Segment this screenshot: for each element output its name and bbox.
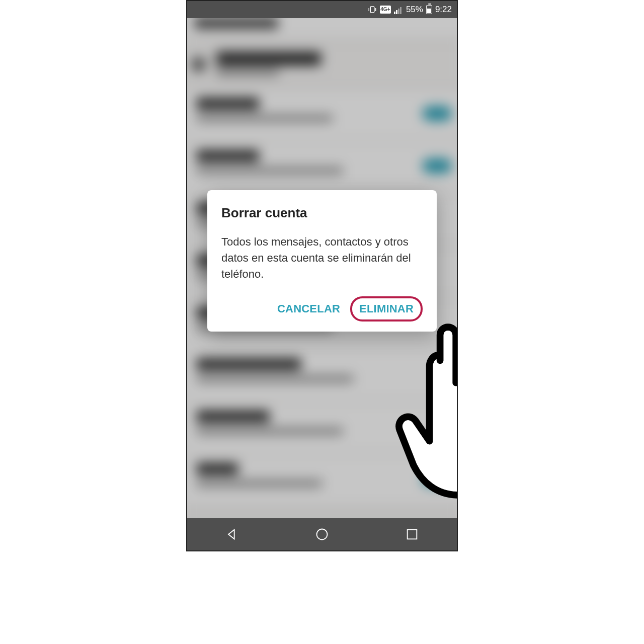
dialog-actions: CANCELAR ELIMINAR (221, 293, 423, 327)
home-icon[interactable] (315, 527, 329, 541)
svg-marker-3 (228, 530, 234, 539)
network-4g-icon: 4G+ (380, 6, 391, 14)
battery-percent: 55% (406, 5, 423, 15)
svg-rect-0 (370, 7, 374, 13)
dialog-body: Todos los mensajes, contactos y otros da… (221, 234, 423, 282)
signal-icon (394, 5, 403, 14)
battery-icon (426, 5, 432, 14)
svg-point-4 (316, 529, 327, 540)
clock: 9:22 (435, 5, 452, 15)
phone-frame: 4G+ 55% 9:22 Borrar cuenta Todos los men… (186, 0, 458, 551)
status-bar: 4G+ 55% 9:22 (187, 1, 457, 18)
back-icon[interactable] (225, 527, 239, 541)
svg-rect-5 (407, 530, 417, 539)
delete-account-dialog: Borrar cuenta Todos los mensajes, contac… (207, 190, 437, 332)
delete-button[interactable]: ELIMINAR (350, 296, 423, 321)
dialog-title: Borrar cuenta (221, 205, 423, 221)
navigation-bar (187, 518, 457, 550)
cancel-button[interactable]: CANCELAR (271, 297, 346, 320)
vibrate-icon (368, 5, 377, 14)
recent-apps-icon[interactable] (405, 527, 419, 541)
